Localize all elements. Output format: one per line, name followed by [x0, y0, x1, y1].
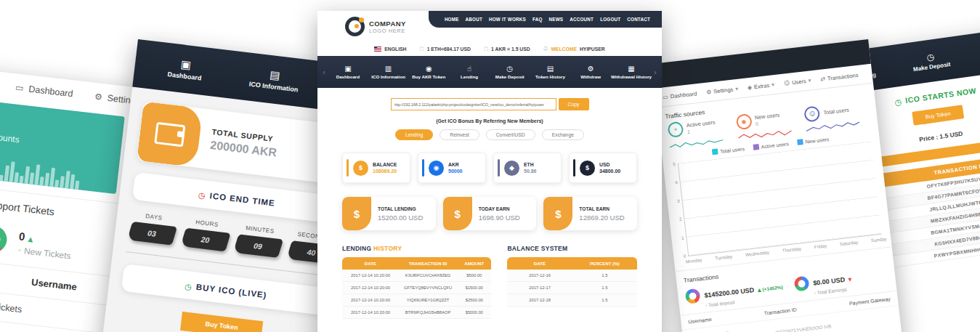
eth-card: ◆ ETH50.86 [493, 153, 562, 183]
menu-item-ico-information[interactable]: ▥ICO Information [368, 65, 409, 79]
logo-mark-icon [345, 17, 365, 36]
col-date: DATE [507, 257, 572, 270]
target-circle-icon: ◉ [735, 113, 752, 130]
legend-swatch [753, 144, 759, 150]
gear-icon: ⚙ [706, 88, 712, 95]
table-row: 2017-12-14 10:20:00K3U8IFCUVCH4X8ZEG$500… [342, 270, 491, 282]
ethereum-icon: ◆ [504, 161, 519, 176]
table-row: 2017-12-14 10:20:00GFTEYQ8EVYVNCLQFU$150… [342, 282, 491, 294]
user-icon: ☺ [543, 46, 548, 52]
top-nav-home[interactable]: HOME [445, 17, 459, 22]
dollar-icon: $ [543, 197, 572, 230]
menu-item-make-deposit[interactable]: ◷Make Deposit [911, 49, 951, 73]
transaction-id-table: TRANSACTION ID OFY7K8FP3HU7KSUYECYY BF4G… [879, 151, 980, 268]
chevron-down-icon: ▼ [735, 86, 739, 91]
akr-coin-icon: ◉ [429, 161, 444, 176]
chevron-right-icon[interactable]: › [652, 68, 659, 76]
tag-icon: □ [420, 46, 424, 52]
col-amount: AMOUNT [457, 257, 491, 270]
top-nav-news[interactable]: NEWS [549, 17, 564, 22]
total-accounts-card: 1 Total Accounts [0, 97, 125, 194]
eth-rate: □1 ETH=684.17 USD [420, 46, 471, 52]
dollar-icon: $ [443, 197, 472, 230]
language-selector[interactable]: ENGLISH [374, 46, 406, 52]
green-clock-icon: ◷ [184, 282, 193, 292]
hand-pointer-icon: ☝ [449, 65, 490, 73]
sidebar-item-dashboard[interactable]: ▭ Dashboard [15, 82, 74, 99]
menu-item-dashboard[interactable]: ▣Dashboard [328, 65, 368, 79]
bar-chart-icon: ▥ [368, 65, 409, 73]
top-nav-faq[interactable]: FAQ [532, 17, 543, 22]
top-nav-how-it-works[interactable]: HOW IT WORKS [489, 17, 526, 22]
menu-item-withdrawal-history[interactable]: ▦Withdrawal History [611, 65, 652, 79]
logo-subtitle: LOGO HERE [369, 28, 406, 34]
gear-icon: ⚙ [94, 92, 102, 102]
coin-icon: ◉ [408, 65, 449, 73]
legend-swatch [712, 148, 718, 155]
balance-system-table: BALANCE SYSTEM DATE PERCENT (%) 2017-12-… [507, 245, 637, 319]
top-nav-account[interactable]: ACCOUNT [570, 17, 594, 22]
lending-tab-button[interactable]: Lending [395, 129, 433, 140]
menu-item-buy-akr-token[interactable]: ◉Buy AKR Token [408, 65, 449, 79]
akr-card: ◉ AKR50000 [418, 153, 486, 183]
top-nav-logout[interactable]: LOGOUT [600, 17, 620, 22]
admin-nav-dashboard[interactable]: ▭Dashboard [663, 90, 697, 100]
buy-ico-title: BUY ICO (LIVE) [195, 283, 267, 300]
table-row: 2017-12-161.5 [507, 270, 637, 282]
admin-nav-settings[interactable]: ⚙Settings▼ [706, 85, 739, 95]
dashboard-label: Dashboard [28, 84, 73, 100]
countdown-label: HOURS [185, 217, 230, 229]
history-chart-icon: ▦ [611, 65, 652, 73]
chevron-left-icon[interactable]: ‹ [320, 68, 328, 76]
table-row: 2017-12-181.5 [507, 294, 637, 307]
wallet-icon: ▤ [530, 65, 571, 73]
admin-nav-transactions[interactable]: ⇄Transactions [820, 71, 859, 82]
chevron-down-icon: ▼ [808, 78, 811, 82]
top-nav-contact[interactable]: CONTACT [627, 17, 650, 22]
convert-usd-tab-button[interactable]: Convert/USD [486, 129, 535, 140]
ico-end-time-title: ICO END TIME [209, 191, 275, 208]
up-caret-icon: ▲ [28, 235, 33, 243]
table-row: 2017-12-14 10:20:00BTR9IFQJHG5HB8AOP$500… [342, 307, 491, 319]
tickets-donut-chart [0, 224, 8, 254]
menu-item-withdraw[interactable]: ⚙Withdraw [570, 65, 611, 79]
showcase-stage: ▭ Dashboard ⚙ Settings ▼ 1 Total Account… [0, 0, 980, 332]
buy-token-button[interactable]: Buy Token [912, 105, 965, 126]
dollar-icon: $ [580, 161, 595, 176]
menu-item-make-deposit[interactable]: ◷Make Deposit [490, 65, 530, 79]
main-dashboard-screen: COMPANY LOGO HERE HOME ABOUT HOW IT WORK… [317, 11, 662, 332]
countdown-hours: 20 [180, 228, 230, 252]
referral-note: (Get ICO Bonus By Referring New Members) [342, 118, 637, 124]
welcome-user: ☺WELCOMEHYIPUSER [543, 46, 605, 52]
info-bar: ENGLISH □1 ETH=684.17 USD □1 AKR = 1.5 U… [317, 41, 662, 56]
top-nav-about[interactable]: ABOUT [466, 17, 482, 22]
admin-nav-extras[interactable]: ◈Extras▼ [747, 81, 774, 91]
green-clock-icon: ◷ [894, 97, 903, 108]
today-earn-card: $ TODAY EARN1698.90 USD [443, 197, 537, 230]
wallet-icon [154, 122, 185, 147]
dollar-icon: $ [342, 197, 371, 230]
reinvest-tab-button[interactable]: Reinvest [440, 129, 479, 140]
exchange-tab-button[interactable]: Exchange [542, 129, 584, 140]
total-earnings-stat: $0.00 USD ▼ ◦ Total Earnings [793, 271, 853, 298]
akr-rate: □1 AKR = 1.5 USD [484, 46, 530, 52]
company-logo: COMPANY LOGO HERE [345, 17, 406, 36]
deposit-donut-chart [684, 288, 700, 304]
plus-circle-icon: + [667, 121, 684, 138]
menu-item-token-history[interactable]: ▤Token History [530, 65, 571, 79]
admin-nav-users[interactable]: ☺Users▼ [783, 77, 811, 86]
col-transaction-id: TRANSACTION ID [399, 257, 457, 270]
green-dot-icon: ◦ [17, 246, 22, 255]
menu-item-ico-information[interactable]: ▤ ICO Information [248, 66, 300, 94]
accounts-bar-sparkline [0, 147, 109, 193]
menu-item-lending[interactable]: ☝Lending [449, 65, 490, 79]
menu-item-dashboard[interactable]: ▣ Dashboard [167, 56, 203, 81]
gear-icon: ⚙ [570, 65, 611, 73]
copy-button[interactable]: Copy [559, 98, 589, 110]
referral-link-input[interactable] [391, 98, 556, 110]
username-label: HYIPUSER [580, 46, 605, 52]
table-row: 2017-12-171.5 [507, 282, 637, 294]
transaction-id: INTITHZ1YUKE5OOO IVB [775, 323, 832, 332]
extras-icon: ◈ [747, 84, 752, 91]
buy-token-button[interactable]: Buy Token [180, 312, 263, 332]
